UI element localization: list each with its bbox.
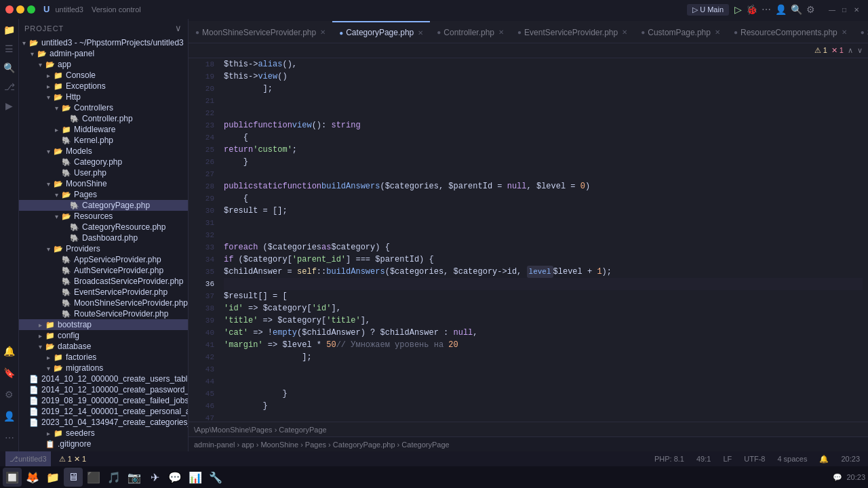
tree-item-untitled3-----PhpstormProjects-untitled3[interactable]: ▾📂untitled3 - ~/PhpstormProjects/untitle… — [19, 37, 188, 48]
tree-expand-arrow[interactable]: ▸ — [35, 332, 45, 340]
tree-item--gitignore[interactable]: 📋.gitignore — [19, 439, 188, 449]
activity-more2[interactable]: ⋯ — [1, 430, 18, 446]
activity-bookmark[interactable]: 🔖 — [1, 365, 18, 381]
activity-settings2[interactable]: ⚙ — [1, 386, 18, 403]
debug-icon[interactable]: 🐞 — [746, 4, 757, 15]
tab-ResourceComponents-php[interactable]: ● ResourceComponents.php ✕ — [727, 21, 854, 43]
collapse-btn[interactable]: ∨ — [857, 46, 863, 55]
tab-close-btn[interactable]: ✕ — [418, 29, 423, 37]
version-control-menu[interactable]: Version control — [89, 4, 144, 15]
taskbar-discord-icon[interactable]: 💬 — [833, 473, 842, 482]
git-branch-status[interactable]: ⎇ untitled3 — [5, 451, 51, 466]
tree-item-AppServiceProvider-php[interactable]: 🐘AppServiceProvider.php — [19, 254, 188, 265]
tree-item-MoonShine[interactable]: ▾📂MoonShine — [19, 178, 188, 189]
tree-item-config[interactable]: ▸📁config — [19, 330, 188, 341]
tree-item-Kernel-php[interactable]: 🐘Kernel.php — [19, 135, 188, 146]
tab-close-btn[interactable]: ✕ — [622, 28, 627, 36]
tree-item-Middleware[interactable]: ▸📁Middleware — [19, 124, 188, 135]
activity-debug[interactable]: ▶ — [1, 98, 18, 114]
settings-icon[interactable]: ⚙ — [806, 4, 815, 15]
run-icon[interactable]: ▷ — [734, 4, 742, 15]
line-ending[interactable]: LF — [720, 455, 734, 463]
tree-item-EventServiceProvider-php[interactable]: 🐘EventServiceProvider.php — [19, 287, 188, 298]
tab-Controller-php[interactable]: ● Controller.php ✕ — [430, 21, 511, 43]
tree-expand-arrow[interactable]: ▾ — [27, 50, 37, 58]
tree-item-app[interactable]: ▾📂app — [19, 59, 188, 70]
taskbar-app9[interactable]: 📊 — [186, 468, 205, 487]
close-button[interactable] — [5, 5, 14, 14]
taskbar-discord[interactable]: 💬 — [165, 468, 184, 487]
tree-expand-arrow[interactable]: ▾ — [43, 180, 53, 188]
tree-item-seeders[interactable]: ▸📁seeders — [19, 428, 188, 439]
tree-expand-arrow[interactable]: ▾ — [43, 245, 53, 253]
tree-item-admin-panel[interactable]: ▾📂admin-panel — [19, 48, 188, 59]
expand-btn[interactable]: ∧ — [848, 46, 853, 55]
tab-close-btn[interactable]: ✕ — [498, 28, 504, 36]
tree-expand-arrow[interactable]: ▾ — [43, 365, 53, 372]
tree-item-migrations[interactable]: ▾📂migrations — [19, 363, 188, 373]
activity-git[interactable]: ⎇ — [1, 79, 18, 95]
tree-expand-arrow[interactable]: ▸ — [43, 83, 53, 90]
tree-item-MoonShineServiceProvider-php[interactable]: 🐘MoonShineServiceProvider.php — [19, 298, 188, 308]
taskbar-app6[interactable]: 📷 — [125, 468, 144, 487]
tree-item-factories[interactable]: ▸📁factories — [19, 352, 188, 363]
tree-item-Pages[interactable]: ▾📂Pages — [19, 189, 188, 200]
tree-expand-arrow[interactable]: ▸ — [52, 126, 61, 134]
php-version[interactable]: PHP: 8.1 — [652, 455, 687, 463]
tree-expand-arrow[interactable]: ▾ — [52, 213, 61, 220]
tree-expand-arrow[interactable]: ▸ — [43, 72, 53, 79]
tab-CustomPage-php[interactable]: ● CustomPage.php ✕ — [634, 21, 727, 43]
tree-item-Resources[interactable]: ▾📂Resources — [19, 211, 188, 222]
tree-item-Controller-php[interactable]: 🐘Controller.php — [19, 113, 188, 124]
tree-item-User-php[interactable]: 🐘User.php — [19, 167, 188, 178]
app-menu-item[interactable]: untitled3 — [52, 4, 86, 15]
tree-item-2014-10-12-000000-create-users-table[interactable]: 📄2014_10_12_000000_create_users_table — [19, 373, 188, 384]
profile-icon[interactable]: 👤 — [775, 4, 787, 15]
status-warnings[interactable]: ⚠ 1 ✕ 1 — [56, 455, 89, 464]
tree-item-bootstrap[interactable]: ▸📁bootstrap — [19, 319, 188, 330]
activity-explorer[interactable]: 📁 — [1, 22, 18, 38]
more-icon[interactable]: ⋯ — [762, 4, 771, 15]
tab-EventServiceProvider-php[interactable]: ● EventServiceProvider.php ✕ — [511, 21, 634, 43]
activity-notifications[interactable]: 🔔 — [1, 343, 18, 359]
taskbar-telegram[interactable]: ✈ — [145, 468, 164, 487]
tree-item-Providers[interactable]: ▾📂Providers — [19, 243, 188, 254]
restore-ctrl[interactable]: □ — [840, 5, 849, 14]
sidebar-chevron[interactable]: ∨ — [175, 23, 182, 33]
tree-item-Exceptions[interactable]: ▸📁Exceptions — [19, 81, 188, 92]
close-ctrl[interactable]: ✕ — [852, 5, 861, 14]
tree-item-2023-10-04-134947-create-categories----[interactable]: 📄2023_10_04_134947_create_categories_... — [19, 417, 188, 428]
tree-item-2014-10-12-100000-create-password-r---[interactable]: 📄2014_10_12_100000_create_password_r... — [19, 384, 188, 395]
tree-item-2019-08-19-000000-create-failed-jobs---[interactable]: 📄2019_08_19_000000_create_failed_jobs... — [19, 395, 188, 406]
tab-MoonShineServiceProvider-php[interactable]: ● MoonShineServiceProvider.php ✕ — [189, 21, 332, 43]
taskbar-app5[interactable]: 🎵 — [104, 468, 123, 487]
notifications-icon[interactable]: 🔔 — [816, 455, 831, 464]
activity-search[interactable]: 🔍 — [1, 60, 18, 76]
tree-item-CategoryPage-php[interactable]: 🐘CategoryPage.php — [19, 200, 188, 211]
line-col[interactable]: 49:1 — [694, 455, 713, 463]
tree-item-RouteServiceProvider-php[interactable]: 🐘RouteServiceProvider.php — [19, 308, 188, 319]
tree-expand-arrow[interactable]: ▾ — [52, 191, 61, 199]
maximize-button[interactable] — [27, 5, 35, 14]
tab-SingletonResource-php[interactable]: ● SingletonResource.php ✕ — [854, 21, 868, 43]
activity-user[interactable]: 👤 — [1, 408, 18, 424]
tree-expand-arrow[interactable]: ▾ — [43, 94, 53, 101]
tree-expand-arrow[interactable]: ▾ — [35, 61, 45, 68]
branch-indicator[interactable]: ▷ U Main — [687, 4, 729, 16]
tree-item-2019-12-14-000001-create-personal-ac---[interactable]: 📄2019_12_14_000001_create_personal_ac... — [19, 406, 188, 417]
window-controls[interactable] — [5, 5, 35, 14]
tree-item-database[interactable]: ▾📂database — [19, 341, 188, 352]
tree-expand-arrow[interactable]: ▾ — [43, 148, 53, 155]
tree-item-Category-php[interactable]: 🐘Category.php — [19, 157, 188, 167]
tree-expand-arrow[interactable]: ▸ — [43, 430, 53, 437]
tab-close-btn[interactable]: ✕ — [320, 28, 326, 36]
taskbar-firefox[interactable]: 🦊 — [23, 468, 42, 487]
tree-expand-arrow[interactable]: ▾ — [52, 104, 61, 112]
taskbar-finder[interactable]: 🔲 — [3, 468, 22, 487]
tree-expand-arrow[interactable]: ▸ — [43, 354, 53, 361]
taskbar-terminal[interactable]: ⬛ — [84, 468, 103, 487]
minimize-ctrl[interactable]: — — [827, 5, 837, 14]
tree-item-AuthServiceProvider-php[interactable]: 🐘AuthServiceProvider.php — [19, 265, 188, 276]
tree-expand-arrow[interactable]: ▾ — [35, 343, 45, 350]
tree-expand-arrow[interactable]: ▾ — [19, 39, 28, 47]
